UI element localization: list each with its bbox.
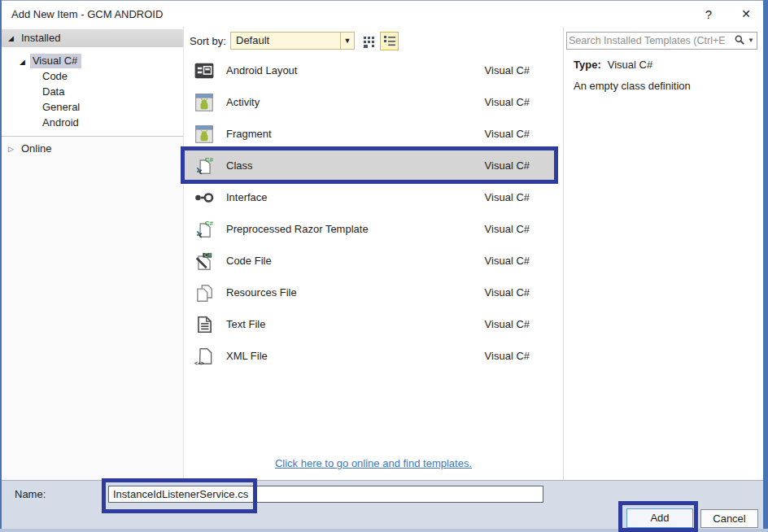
template-row-text-file[interactable]: Text FileVisual C# <box>184 308 558 340</box>
sort-by-dropdown[interactable]: Default ▼ <box>230 32 355 50</box>
template-row-code-file[interactable]: C#Code FileVisual C# <box>184 245 558 277</box>
template-language: Visual C# <box>485 128 530 140</box>
template-name: Activity <box>226 96 260 108</box>
template-language: Visual C# <box>485 223 530 235</box>
template-row-fragment[interactable]: FragmentVisual C# <box>184 118 558 150</box>
small-icons-view-icon <box>363 36 376 49</box>
add-new-item-dialog: Add New Item - GCM ANDROID ? ✕ ◢ Install… <box>0 0 768 532</box>
search-input[interactable] <box>569 33 725 48</box>
tree-expanded-icon: ◢ <box>8 29 14 47</box>
type-value: Visual C# <box>608 59 652 71</box>
template-language: Visual C# <box>485 96 530 108</box>
list-view-button[interactable] <box>380 32 399 50</box>
search-box: ▼ <box>566 32 757 50</box>
android-label: Android <box>42 116 79 129</box>
template-name: Android Layout <box>226 64 297 76</box>
type-label: Type: <box>574 59 601 71</box>
name-label: Name: <box>15 488 46 500</box>
template-type-row: Type:Visual C# <box>574 59 652 71</box>
help-button[interactable]: ? <box>695 4 722 24</box>
tree-collapsed-icon: ▷ <box>8 141 14 157</box>
small-icons-view-button[interactable] <box>361 33 377 50</box>
csharp-class-icon: C# <box>194 155 215 177</box>
list-view-icon <box>383 34 396 47</box>
sort-by-value: Default <box>236 33 269 49</box>
chevron-down-icon[interactable]: ▼ <box>340 33 354 49</box>
svg-text:C#: C# <box>205 220 214 227</box>
cancel-button[interactable]: Cancel <box>700 509 758 528</box>
template-language: Visual C# <box>485 286 530 299</box>
general-label: General <box>42 101 80 113</box>
tree-expanded-icon: ◢ <box>20 58 25 66</box>
sort-by-label: Sort by: <box>190 35 226 47</box>
installed-tree: ◢Visual C# Code Data General Android <box>2 47 183 137</box>
visual-csharp-label: Visual C# <box>30 54 81 68</box>
svg-text:C#: C# <box>205 156 214 164</box>
installed-label: Installed <box>21 29 60 47</box>
sidebar-item-visual-csharp[interactable]: ◢Visual C# <box>20 53 81 68</box>
resources-file-icon <box>194 282 215 303</box>
template-name: Class <box>226 159 253 172</box>
template-row-activity[interactable]: ActivityVisual C# <box>184 86 558 118</box>
window-border-top <box>0 0 768 1</box>
template-name: Code File <box>226 255 272 267</box>
go-online-link[interactable]: Click here to go online and find templat… <box>275 457 472 469</box>
window-border-bottom <box>0 529 768 532</box>
details-divider <box>563 27 564 480</box>
template-row-android-layout[interactable]: Android LayoutVisual C# <box>184 55 558 86</box>
online-label: Online <box>21 141 52 157</box>
csharp-class-icon: C# <box>194 219 215 240</box>
template-language: Visual C# <box>485 64 530 76</box>
dialog-title: Add New Item - GCM ANDROID <box>11 8 163 20</box>
template-list: Android LayoutVisual C#ActivityVisual C#… <box>184 55 558 372</box>
sidebar-item-installed[interactable]: ◢ Installed <box>2 29 183 47</box>
template-language: Visual C# <box>485 350 530 362</box>
data-label: Data <box>42 85 64 98</box>
template-row-resources-file[interactable]: Resources FileVisual C# <box>184 277 558 308</box>
title-bar: Add New Item - GCM ANDROID ? ✕ <box>2 1 763 27</box>
csharp-code-file-icon: C# <box>194 251 215 272</box>
template-row-xml-file[interactable]: <•>XML FileVisual C# <box>184 340 558 372</box>
search-dropdown-icon: ▼ <box>748 37 754 44</box>
template-row-preprocessed-razor-template[interactable]: C#Preprocessed Razor TemplateVisual C# <box>184 213 558 245</box>
online-link-row: Click here to go online and find templat… <box>184 457 563 469</box>
template-language: Visual C# <box>485 318 530 330</box>
template-language: Visual C# <box>485 191 530 203</box>
template-name: Text File <box>226 318 265 330</box>
file-name-input[interactable] <box>108 486 543 503</box>
xml-file-icon: <•> <box>194 346 215 367</box>
add-button[interactable]: Add <box>626 508 693 528</box>
svg-text:<•>: <•> <box>194 360 204 367</box>
text-file-icon <box>194 314 215 335</box>
template-language: Visual C# <box>485 159 530 172</box>
window-border-right <box>763 0 768 532</box>
android-layout-icon <box>194 60 215 81</box>
template-name: Interface <box>226 191 268 203</box>
sidebar-item-data[interactable]: Data <box>42 84 64 99</box>
template-name: Fragment <box>226 128 272 140</box>
template-row-class[interactable]: C#ClassVisual C# <box>184 150 558 181</box>
footer-bar: Name: Add Cancel <box>0 480 768 532</box>
window-border-left <box>0 0 2 532</box>
template-name: XML File <box>226 350 268 362</box>
template-name: Resources File <box>226 286 297 299</box>
android-app-icon <box>194 92 215 113</box>
template-description: An empty class definition <box>574 80 691 92</box>
sidebar-item-general[interactable]: General <box>42 99 80 115</box>
close-button[interactable]: ✕ <box>732 4 760 24</box>
interface-icon <box>194 187 215 208</box>
search-controls[interactable]: ▼ <box>734 34 754 46</box>
code-label: Code <box>42 70 68 82</box>
sidebar-item-code[interactable]: Code <box>42 68 68 84</box>
template-name: Preprocessed Razor Template <box>226 223 369 235</box>
svg-text:C#: C# <box>204 251 212 257</box>
template-language: Visual C# <box>485 255 530 267</box>
category-sidebar: ◢ Installed ◢Visual C# Code Data General… <box>2 27 183 480</box>
template-row-interface[interactable]: InterfaceVisual C# <box>184 181 558 213</box>
android-app-icon <box>194 124 215 145</box>
sidebar-item-android[interactable]: Android <box>42 115 79 130</box>
search-icon <box>734 34 746 46</box>
